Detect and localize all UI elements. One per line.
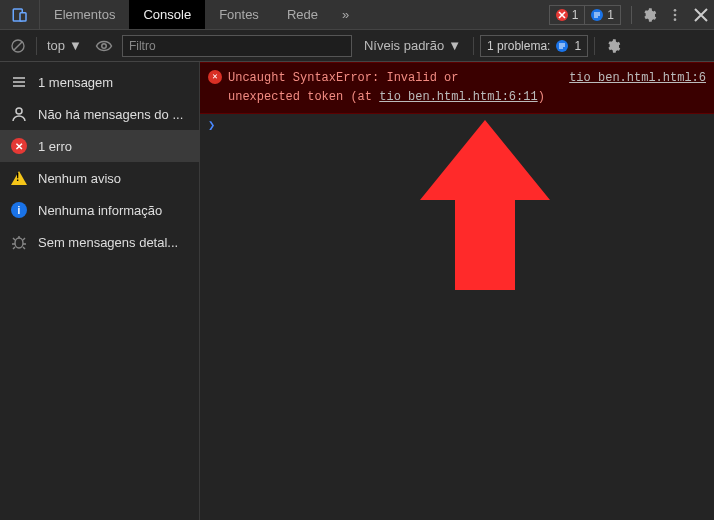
error-text-tail: ): [538, 90, 545, 104]
sidebar-item-errors[interactable]: ✕ 1 erro: [0, 130, 199, 162]
sidebar-item-label: Não há mensagens do ...: [38, 107, 183, 122]
chevron-down-icon: ▼: [69, 38, 82, 53]
issue-dot-icon: [556, 40, 568, 52]
sidebar-item-label: Nenhuma informação: [38, 203, 162, 218]
settings-icon[interactable]: [636, 2, 662, 28]
sidebar-item-verbose[interactable]: Sem mensagens detal...: [0, 226, 199, 258]
sidebar-item-label: Nenhum aviso: [38, 171, 121, 186]
sidebar-item-warnings[interactable]: Nenhum aviso: [0, 162, 199, 194]
separator: [36, 37, 37, 55]
error-icon: ✕: [10, 137, 28, 155]
user-icon: [10, 105, 28, 123]
main-area: 1 mensagem Não há mensagens do ... ✕ 1 e…: [0, 62, 714, 520]
error-source-link[interactable]: tio_ben.html.html:6: [569, 69, 706, 88]
tab-elements[interactable]: Elementos: [40, 0, 129, 29]
bug-icon: [10, 233, 28, 251]
sidebar-item-label: 1 erro: [38, 139, 72, 154]
console-settings-icon[interactable]: [601, 34, 625, 58]
console-toolbar: top ▼ Níveis padrão ▼ 1 problema: 1: [0, 30, 714, 62]
clear-console-icon[interactable]: [6, 34, 30, 58]
levels-label: Níveis padrão: [364, 38, 444, 53]
info-icon: i: [10, 201, 28, 219]
sidebar-item-label: 1 mensagem: [38, 75, 113, 90]
svg-rect-1: [20, 12, 26, 20]
separator: [631, 6, 632, 24]
issues-count: 1: [607, 8, 614, 22]
sidebar-item-all-messages[interactable]: 1 mensagem: [0, 66, 199, 98]
console-sidebar: 1 mensagem Não há mensagens do ... ✕ 1 e…: [0, 62, 200, 520]
error-text-line1: Uncaught SyntaxError: Invalid or: [228, 71, 458, 85]
tab-sources[interactable]: Fontes: [205, 0, 273, 29]
live-expression-icon[interactable]: [92, 34, 116, 58]
error-badge-icon: ✕: [208, 70, 222, 84]
svg-point-6: [102, 43, 107, 48]
chevron-down-icon: ▼: [448, 38, 461, 53]
error-dot-icon: [556, 9, 568, 21]
errors-count: 1: [572, 8, 579, 22]
issues-badge[interactable]: 1: [585, 5, 621, 25]
issues-button[interactable]: 1 problema: 1: [480, 35, 588, 57]
tabs-overflow[interactable]: »: [332, 7, 359, 22]
log-levels-selector[interactable]: Níveis padrão ▼: [358, 38, 467, 53]
warning-icon: [10, 169, 28, 187]
issues-label: 1 problema:: [487, 39, 550, 53]
svg-point-2: [674, 9, 677, 12]
svg-point-8: [15, 238, 23, 248]
device-toggle-icon[interactable]: [0, 0, 40, 29]
devtools-tabbar: Elementos Console Fontes Rede » 1 1: [0, 0, 714, 30]
issues-count: 1: [574, 39, 581, 53]
console-output: ✕ tio_ben.html.html:6 Uncaught SyntaxErr…: [200, 62, 714, 520]
svg-point-4: [674, 18, 677, 21]
tab-network[interactable]: Rede: [273, 0, 332, 29]
errors-badge[interactable]: 1: [549, 5, 586, 25]
separator: [473, 37, 474, 55]
prompt-caret-icon: ❯: [208, 119, 215, 133]
sidebar-item-info[interactable]: i Nenhuma informação: [0, 194, 199, 226]
error-location-link[interactable]: tio_ben.html.html:6:11: [379, 90, 537, 104]
issue-dot-icon: [591, 9, 603, 21]
sidebar-item-label: Sem mensagens detal...: [38, 235, 178, 250]
list-icon: [10, 73, 28, 91]
tab-console[interactable]: Console: [129, 0, 205, 29]
sidebar-item-user-messages[interactable]: Não há mensagens do ...: [0, 98, 199, 130]
kebab-menu-icon[interactable]: [662, 2, 688, 28]
context-selector[interactable]: top ▼: [43, 38, 86, 53]
error-text-line2: unexpected token (at: [228, 90, 379, 104]
error-message-row[interactable]: ✕ tio_ben.html.html:6 Uncaught SyntaxErr…: [200, 62, 714, 114]
svg-point-3: [674, 13, 677, 16]
context-label: top: [47, 38, 65, 53]
console-prompt[interactable]: ❯: [200, 114, 714, 137]
separator: [594, 37, 595, 55]
status-badges: 1 1: [549, 5, 621, 25]
close-icon[interactable]: [688, 2, 714, 28]
svg-point-7: [16, 108, 22, 114]
filter-input[interactable]: [122, 35, 352, 57]
